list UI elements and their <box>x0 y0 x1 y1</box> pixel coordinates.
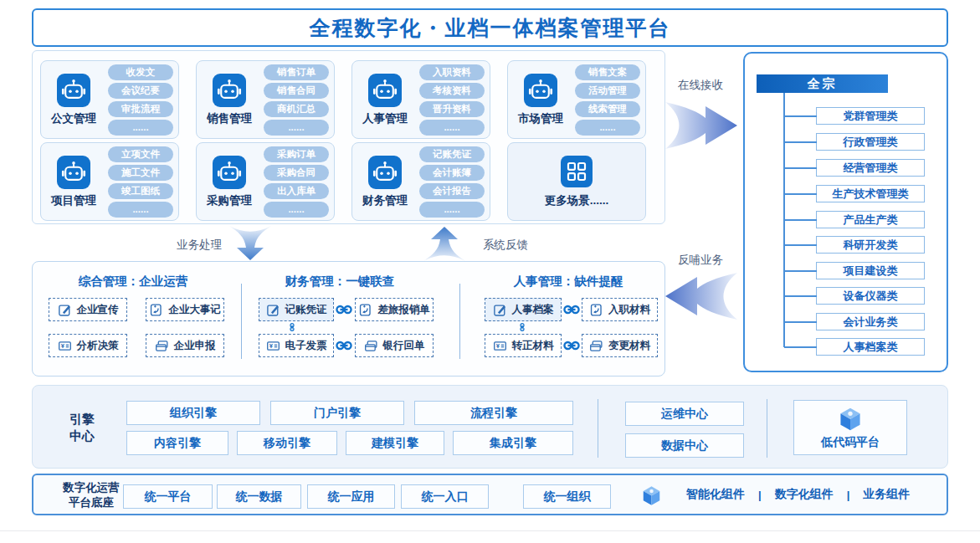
section-divider <box>241 284 242 359</box>
scenario-box-label: 人事档案 <box>512 303 554 317</box>
engine-item: 内容引擎 <box>126 431 228 455</box>
doc-export-icon <box>149 303 163 317</box>
module-item: ...... <box>108 120 173 136</box>
module-left: 销售管理 <box>197 74 262 126</box>
lowcode-platform-box: 低代码平台 <box>793 400 907 455</box>
module-item: ...... <box>419 120 485 136</box>
module-card-caiwu: 财务管理 记账凭证 会计账簿 会计报告 ...... <box>351 142 490 221</box>
edit-icon <box>58 303 72 317</box>
scenario-box: 转正材料 <box>485 334 562 357</box>
module-items: 入职资料 考核资料 晋升资料 ...... <box>419 64 485 136</box>
module-card-xiaoshou: 销售管理 销售订单 销售合同 商机汇总 ...... <box>196 60 335 139</box>
module-name: 项目管理 <box>51 193 96 208</box>
cards-icon <box>589 339 603 353</box>
unified-item: 统一入口 <box>401 484 489 509</box>
robot-icon <box>524 74 557 107</box>
module-card-caigou: 采购管理 采购订单 采购合同 出入库单 ...... <box>196 142 335 221</box>
components-separator: | <box>758 489 762 501</box>
module-card-more-scenarios: 更多场景...... <box>507 142 646 221</box>
center-item: 数据中心 <box>625 433 744 458</box>
engine-center-label: 引擎 中心 <box>53 411 111 444</box>
archive-category: 科研开发类 <box>816 236 925 254</box>
component-label: 数字化组件 <box>775 487 834 502</box>
page-title: 全程数字化・业档一体档案管理平台 <box>310 14 671 42</box>
scenario-box-label: 银行回单 <box>383 339 425 353</box>
module-item: 活动管理 <box>575 83 640 99</box>
invoice-icon <box>266 339 280 353</box>
archive-category: 人事档案类 <box>816 338 925 356</box>
robot-icon <box>57 74 90 107</box>
module-item: 入职资料 <box>419 64 485 80</box>
scenario-box: 企业大事记 <box>146 298 224 321</box>
module-card-shichang: 市场管理 销售文案 活动管理 线索管理 ...... <box>507 60 646 139</box>
scenario-box-label: 记账凭证 <box>285 303 327 317</box>
module-card-xiangmu: 项目管理 立项文件 施工文件 竣工图纸 ...... <box>40 142 179 221</box>
module-item: 会议纪要 <box>108 83 173 99</box>
flow-label-online-receive: 在线接收 <box>678 78 723 93</box>
edit-icon <box>266 303 280 317</box>
scenario-box: 企业申报 <box>146 334 224 357</box>
link-icon <box>288 323 296 331</box>
business-process-arrow-icon <box>229 226 271 261</box>
archive-category: 设备仪器类 <box>816 287 925 305</box>
unified-item: 统一数据 <box>217 484 301 509</box>
scenario-box-label: 入职材料 <box>608 303 650 317</box>
scenario-box: 分析决策 <box>49 334 127 357</box>
scenario-box-label: 企业大事记 <box>168 303 221 317</box>
engine-label-line2: 中心 <box>53 428 111 444</box>
archive-category: 行政管理类 <box>816 133 925 151</box>
scenario-box-label: 企业宣传 <box>77 303 119 317</box>
module-left: 财务管理 <box>352 156 418 208</box>
module-item: ...... <box>264 120 329 136</box>
module-item: 采购合同 <box>264 165 329 181</box>
module-item: 销售合同 <box>264 83 329 99</box>
scenario-box-label: 电子发票 <box>285 339 327 353</box>
module-left: 市场管理 <box>508 74 573 126</box>
link-icon <box>518 323 526 331</box>
module-item: 销售文案 <box>575 64 640 80</box>
scenario-box-label: 转正材料 <box>512 339 554 353</box>
module-item: 线索管理 <box>575 101 640 117</box>
scenario-sections-panel: 综合管理：企业运营 企业宣传 企业大事记 分析决策 企业申报 财务管理：一键联查… <box>32 261 665 377</box>
archive-category: 会计业务类 <box>816 313 925 330</box>
cards-icon <box>364 339 378 353</box>
section-divider <box>459 284 460 359</box>
section-title-comprehensive: 综合管理：企业运营 <box>54 274 213 289</box>
module-left: 人事管理 <box>352 74 418 126</box>
archive-category: 党群管理类 <box>816 107 925 125</box>
module-item: 记账凭证 <box>419 146 485 162</box>
module-card-renshi: 人事管理 入职资料 考核资料 晋升资料 ...... <box>351 60 490 139</box>
robot-icon <box>213 156 246 189</box>
cube-icon <box>640 484 663 507</box>
module-item: 审批流程 <box>108 101 173 117</box>
archive-category: 产品生产类 <box>816 211 925 228</box>
invoice-icon <box>493 339 507 353</box>
module-item: ...... <box>264 202 329 218</box>
section-title-hr: 人事管理：缺件提醒 <box>489 274 648 289</box>
module-name: 销售管理 <box>207 111 252 126</box>
scenario-box: 记账凭证 <box>259 298 334 321</box>
module-item: 施工文件 <box>108 165 173 181</box>
module-item: 商机汇总 <box>264 101 329 117</box>
module-left: 项目管理 <box>41 156 106 208</box>
engine-item: 建模引擎 <box>346 431 444 455</box>
engine-item: 集成引擎 <box>453 431 573 455</box>
flow-label-feedback-business: 反哺业务 <box>678 253 723 268</box>
module-item: 竣工图纸 <box>108 183 173 199</box>
module-card-gongwen: 公文管理 收发文 会议纪要 审批流程 ...... <box>40 60 179 139</box>
cube-icon <box>837 406 864 433</box>
invoice-icon <box>58 339 72 353</box>
engine-item: 流程引擎 <box>414 401 573 425</box>
unified-item: 统一应用 <box>307 484 395 509</box>
scenario-box-label: 差旅报销单 <box>377 303 430 317</box>
robot-icon <box>57 156 90 189</box>
page-bottom-divider <box>0 530 980 531</box>
engine-item: 移动引擎 <box>237 431 337 455</box>
module-left: 公文管理 <box>41 74 106 126</box>
module-item: ...... <box>575 120 640 136</box>
scenario-box-label: 企业申报 <box>174 339 216 353</box>
apps-grid-icon <box>561 156 593 187</box>
unified-item: 统一平台 <box>123 484 213 509</box>
archive-category: 生产技术管理类 <box>816 185 925 202</box>
engine-item: 门户引擎 <box>270 401 404 425</box>
